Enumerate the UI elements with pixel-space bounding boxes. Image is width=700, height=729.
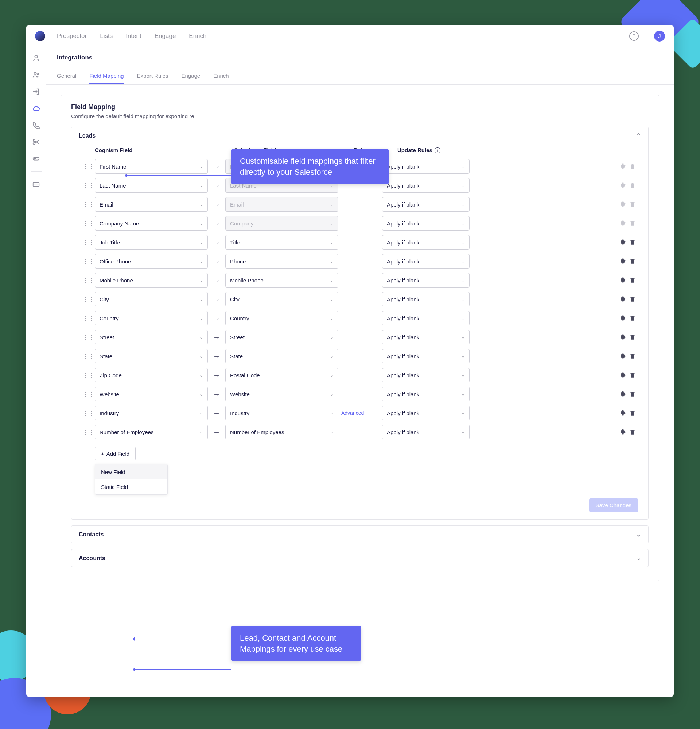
- update-rule-select[interactable]: Apply if blank⌄: [382, 292, 470, 306]
- update-rule-select[interactable]: Apply if blank⌄: [382, 387, 470, 401]
- drag-handle-icon[interactable]: ⋮⋮: [82, 182, 95, 189]
- nav-engage[interactable]: Engage: [155, 32, 176, 40]
- help-icon[interactable]: ?: [629, 31, 639, 41]
- accordion-contacts-header[interactable]: Contacts ⌄: [71, 526, 648, 543]
- trash-icon[interactable]: [629, 391, 636, 397]
- update-rule-select[interactable]: Apply if blank⌄: [382, 311, 470, 325]
- salesforce-field-select[interactable]: Street⌄: [225, 330, 338, 344]
- salesforce-field-select[interactable]: State⌄: [225, 349, 338, 363]
- card-icon[interactable]: [32, 181, 40, 189]
- dropdown-static-field[interactable]: Static Field: [95, 479, 167, 494]
- gear-icon[interactable]: [619, 201, 626, 208]
- cognism-field-select[interactable]: Industry⌄: [95, 406, 208, 420]
- salesforce-field-select[interactable]: Phone⌄: [225, 254, 338, 269]
- gear-icon[interactable]: [619, 182, 626, 189]
- trash-icon[interactable]: [629, 334, 636, 340]
- drag-handle-icon[interactable]: ⋮⋮: [82, 258, 95, 265]
- cognism-field-select[interactable]: Last Name⌄: [95, 178, 208, 193]
- update-rule-select[interactable]: Apply if blank⌄: [382, 349, 470, 363]
- salesforce-field-select[interactable]: Company⌄: [225, 216, 338, 231]
- update-rule-select[interactable]: Apply if blank⌄: [382, 235, 470, 250]
- salesforce-field-select[interactable]: Email⌄: [225, 197, 338, 212]
- nav-lists[interactable]: Lists: [100, 32, 113, 40]
- cognism-field-select[interactable]: Country⌄: [95, 311, 208, 325]
- cognism-field-select[interactable]: Email⌄: [95, 197, 208, 212]
- cognism-field-select[interactable]: Job Title⌄: [95, 235, 208, 250]
- trash-icon[interactable]: [629, 315, 636, 321]
- salesforce-field-select[interactable]: Website⌄: [225, 387, 338, 401]
- login-icon[interactable]: [32, 87, 40, 96]
- gear-icon[interactable]: [619, 258, 626, 264]
- drag-handle-icon[interactable]: ⋮⋮: [82, 334, 95, 341]
- gear-icon[interactable]: [619, 353, 626, 359]
- gear-icon[interactable]: [619, 315, 626, 321]
- trash-icon[interactable]: [629, 163, 636, 170]
- gear-icon[interactable]: [619, 239, 626, 245]
- cognism-field-select[interactable]: Street⌄: [95, 330, 208, 344]
- tab-export-rules[interactable]: Export Rules: [137, 68, 168, 84]
- gear-icon[interactable]: [619, 334, 626, 340]
- trash-icon[interactable]: [629, 201, 636, 208]
- cognism-field-select[interactable]: State⌄: [95, 349, 208, 363]
- update-rule-select[interactable]: Apply if blank⌄: [382, 425, 470, 439]
- gear-icon[interactable]: [619, 277, 626, 283]
- trash-icon[interactable]: [629, 410, 636, 416]
- trash-icon[interactable]: [629, 239, 636, 245]
- dropdown-new-field[interactable]: New Field: [95, 465, 167, 479]
- scissors-icon[interactable]: [32, 138, 40, 146]
- drag-handle-icon[interactable]: ⋮⋮: [82, 372, 95, 379]
- cognism-field-select[interactable]: Website⌄: [95, 387, 208, 401]
- accordion-leads-header[interactable]: Leads ⌃: [71, 127, 648, 144]
- update-rule-select[interactable]: Apply if blank⌄: [382, 159, 470, 174]
- update-rule-select[interactable]: Apply if blank⌄: [382, 254, 470, 269]
- cognism-field-select[interactable]: Zip Code⌄: [95, 368, 208, 382]
- drag-handle-icon[interactable]: ⋮⋮: [82, 220, 95, 227]
- drag-handle-icon[interactable]: ⋮⋮: [82, 315, 95, 322]
- gear-icon[interactable]: [619, 372, 626, 378]
- update-rule-select[interactable]: Apply if blank⌄: [382, 330, 470, 344]
- phone-icon[interactable]: [32, 121, 40, 129]
- salesforce-field-select[interactable]: Title⌄: [225, 235, 338, 250]
- trash-icon[interactable]: [629, 277, 636, 283]
- salesforce-field-select[interactable]: Industry⌄: [225, 406, 338, 420]
- update-rule-select[interactable]: Apply if blank⌄: [382, 368, 470, 382]
- trash-icon[interactable]: [629, 372, 636, 378]
- drag-handle-icon[interactable]: ⋮⋮: [82, 391, 95, 398]
- update-rule-select[interactable]: Apply if blank⌄: [382, 178, 470, 193]
- tab-enrich[interactable]: Enrich: [213, 68, 229, 84]
- gear-icon[interactable]: [619, 410, 626, 416]
- drag-handle-icon[interactable]: ⋮⋮: [82, 429, 95, 436]
- cloud-icon[interactable]: [32, 105, 40, 112]
- trash-icon[interactable]: [629, 258, 636, 264]
- cognism-field-select[interactable]: Company Name⌄: [95, 216, 208, 231]
- person-icon[interactable]: [32, 54, 40, 62]
- drag-handle-icon[interactable]: ⋮⋮: [82, 410, 95, 417]
- salesforce-field-select[interactable]: Postal Code⌄: [225, 368, 338, 382]
- trash-icon[interactable]: [629, 182, 636, 189]
- drag-handle-icon[interactable]: ⋮⋮: [82, 353, 95, 360]
- save-changes-button[interactable]: Save Changes: [589, 498, 638, 512]
- update-rule-select[interactable]: Apply if blank⌄: [382, 273, 470, 288]
- update-rule-select[interactable]: Apply if blank⌄: [382, 406, 470, 420]
- drag-handle-icon[interactable]: ⋮⋮: [82, 239, 95, 246]
- cognism-field-select[interactable]: City⌄: [95, 292, 208, 306]
- cognism-field-select[interactable]: Office Phone⌄: [95, 254, 208, 269]
- rules-link[interactable]: Advanced: [338, 410, 382, 416]
- drag-handle-icon[interactable]: ⋮⋮: [82, 163, 95, 170]
- accordion-accounts-header[interactable]: Accounts ⌄: [71, 549, 648, 566]
- gear-icon[interactable]: [619, 163, 626, 170]
- nav-enrich[interactable]: Enrich: [189, 32, 206, 40]
- salesforce-field-select[interactable]: City⌄: [225, 292, 338, 306]
- cognism-field-select[interactable]: Mobile Phone⌄: [95, 273, 208, 288]
- trash-icon[interactable]: [629, 429, 636, 435]
- tab-general[interactable]: General: [57, 68, 76, 84]
- info-icon[interactable]: i: [435, 147, 441, 153]
- drag-handle-icon[interactable]: ⋮⋮: [82, 201, 95, 208]
- drag-handle-icon[interactable]: ⋮⋮: [82, 296, 95, 303]
- tab-field-mapping[interactable]: Field Mapping: [89, 68, 123, 84]
- avatar[interactable]: J: [654, 30, 665, 42]
- gear-icon[interactable]: [619, 220, 626, 227]
- trash-icon[interactable]: [629, 296, 636, 302]
- add-field-button[interactable]: + Add Field: [95, 447, 136, 460]
- salesforce-field-select[interactable]: Number of Employees⌄: [225, 425, 338, 439]
